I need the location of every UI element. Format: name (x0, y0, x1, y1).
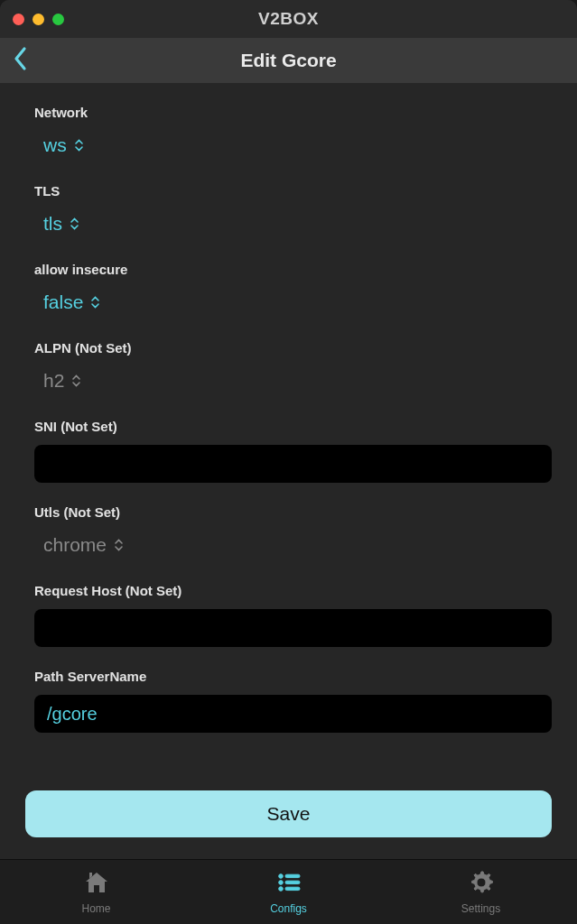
save-button[interactable]: Save (25, 790, 552, 837)
field-label: SNI (Not Set) (34, 419, 552, 434)
field-sni: SNI (Not Set) (34, 419, 552, 488)
tls-select[interactable]: tls (34, 213, 79, 235)
updown-icon (114, 539, 124, 551)
field-tls: TLS tls (34, 183, 552, 245)
save-row: Save (0, 790, 577, 859)
svg-rect-1 (285, 874, 300, 877)
page-title: Edit Gcore (0, 50, 577, 71)
app-title: V2BOX (0, 9, 577, 29)
request-host-input[interactable] (34, 609, 552, 647)
back-button[interactable] (13, 46, 29, 75)
field-label: ALPN (Not Set) (34, 340, 552, 356)
field-network: Network ws (34, 105, 552, 167)
close-window-button[interactable] (13, 14, 24, 25)
network-select[interactable]: ws (34, 134, 84, 156)
titlebar: V2BOX (0, 0, 577, 38)
select-value: ws (43, 134, 67, 156)
chevron-left-icon (13, 46, 29, 75)
form-content: Network ws TLS tls allow insecure (0, 83, 577, 790)
select-value: false (43, 291, 83, 313)
updown-icon (70, 217, 79, 230)
updown-icon (90, 296, 100, 309)
allow-insecure-select[interactable]: false (34, 291, 100, 313)
svg-rect-3 (285, 881, 300, 883)
select-value: h2 (43, 370, 64, 392)
field-label: Request Host (Not Set) (34, 583, 552, 598)
tab-label: Settings (461, 902, 500, 915)
updown-icon (74, 139, 84, 152)
tab-home[interactable]: Home (0, 870, 192, 915)
select-value: chrome (43, 534, 107, 556)
svg-point-4 (278, 886, 283, 891)
updown-icon (71, 374, 81, 387)
select-value: tls (43, 213, 62, 235)
tab-settings[interactable]: Settings (385, 870, 577, 915)
field-label: Path ServerName (34, 669, 552, 684)
field-label: Utls (Not Set) (34, 504, 552, 520)
app-window: V2BOX Edit Gcore Network ws TLS tls (0, 0, 577, 924)
page-header: Edit Gcore (0, 38, 577, 83)
sni-input[interactable] (34, 445, 552, 483)
maximize-window-button[interactable] (52, 14, 64, 25)
alpn-select[interactable]: h2 (34, 370, 81, 392)
field-path-servername: Path ServerName (34, 669, 552, 738)
minimize-window-button[interactable] (33, 14, 44, 25)
field-allow-insecure: allow insecure false (34, 262, 552, 324)
svg-rect-5 (285, 887, 300, 890)
tab-configs[interactable]: Configs (192, 870, 385, 915)
home-icon (83, 870, 110, 899)
window-controls (13, 14, 64, 25)
tab-label: Configs (270, 902, 307, 915)
field-request-host: Request Host (Not Set) (34, 583, 552, 652)
tab-label: Home (81, 902, 110, 915)
svg-point-2 (278, 880, 283, 884)
svg-point-0 (278, 873, 283, 878)
field-label: allow insecure (34, 262, 552, 277)
path-servername-input[interactable] (34, 695, 552, 733)
field-alpn: ALPN (Not Set) h2 (34, 340, 552, 402)
field-label: TLS (34, 183, 552, 199)
field-label: Network (34, 105, 552, 120)
utls-select[interactable]: chrome (34, 534, 124, 556)
list-icon (275, 870, 302, 899)
tab-bar: Home Configs Settings (0, 859, 577, 924)
field-utls: Utls (Not Set) chrome (34, 504, 552, 567)
gear-icon (468, 870, 495, 899)
